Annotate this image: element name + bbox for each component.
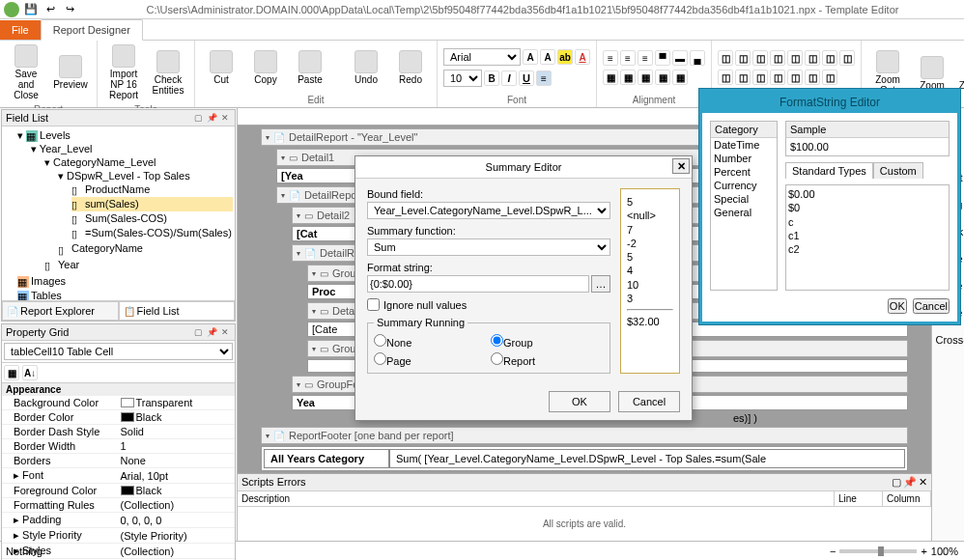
l13-icon[interactable]: ◫: [787, 70, 803, 85]
pg-pin-icon[interactable]: ▢: [192, 326, 204, 338]
l6-icon[interactable]: ◫: [805, 50, 820, 66]
sample-value: $100.00: [786, 138, 949, 155]
check-entities-button[interactable]: Check Entities: [148, 48, 188, 98]
l8-icon[interactable]: ◫: [839, 50, 855, 66]
align-bot-icon[interactable]: ▄: [690, 50, 705, 66]
radio-none[interactable]: [374, 334, 386, 347]
fmt-cancel-button[interactable]: Cancel: [913, 298, 950, 314]
summary-cancel-button[interactable]: Cancel: [618, 391, 680, 412]
summary-ok-button[interactable]: OK: [549, 391, 610, 412]
zoom-out-status-icon[interactable]: −: [830, 546, 836, 557]
underline-icon[interactable]: U: [519, 70, 534, 86]
cell-sum-expr[interactable]: Sum( [Year_Level.CategoryName_Level.DSpw…: [389, 449, 905, 468]
bold-icon[interactable]: B: [484, 70, 499, 86]
font-name-select[interactable]: Arial: [443, 48, 521, 66]
window-title: C:\Users\Administrator.DOMAIN.000\AppDat…: [81, 4, 964, 15]
italic-icon[interactable]: I: [501, 70, 517, 86]
font-size-select[interactable]: 10: [443, 70, 482, 87]
a3-icon[interactable]: ▦: [638, 70, 653, 85]
import-button[interactable]: Import NP 16 Report: [103, 42, 144, 102]
pg-close-icon[interactable]: ✕: [219, 326, 231, 338]
tab-report-designer[interactable]: Report Designer: [41, 19, 143, 41]
zoom-in-button[interactable]: Zoom In: [956, 54, 964, 93]
cut-button[interactable]: Cut: [201, 48, 241, 87]
bound-field-select[interactable]: Year_Level.CategoryName_Level.DSpwR_L...: [367, 202, 610, 219]
paste-icon: [298, 50, 322, 73]
l1-icon[interactable]: ◫: [718, 50, 733, 66]
tab-report-explorer[interactable]: 📄Report Explorer: [2, 301, 119, 321]
property-grid[interactable]: Appearance Background ColorTransparent B…: [2, 383, 235, 560]
zoom-slider[interactable]: [839, 549, 917, 553]
pg-az-icon[interactable]: A↓: [22, 365, 38, 380]
tab-field-list[interactable]: 📋Field List: [119, 301, 236, 321]
grid-icon[interactable]: ▦: [603, 70, 618, 85]
summary-function-select[interactable]: Sum: [367, 238, 610, 256]
l4-icon[interactable]: ◫: [770, 50, 785, 66]
shrink-font-icon[interactable]: A: [540, 49, 555, 65]
tab-file[interactable]: File: [0, 20, 41, 40]
check-icon: [156, 50, 180, 73]
l10-icon[interactable]: ◫: [735, 70, 751, 85]
save-close-button[interactable]: Save and Close: [6, 42, 46, 102]
l3-icon[interactable]: ◫: [752, 50, 768, 66]
se-auto-icon[interactable]: 📌: [903, 476, 917, 489]
summary-close-icon[interactable]: ✕: [672, 158, 690, 174]
pg-cat-icon[interactable]: ▦: [4, 365, 19, 380]
align-center-icon[interactable]: ≡: [620, 50, 636, 66]
format-list[interactable]: $0.00 $0 c c1 c2: [785, 184, 950, 291]
l5-icon[interactable]: ◫: [787, 50, 803, 66]
save-icon[interactable]: 💾: [23, 2, 39, 17]
redo-button[interactable]: Redo: [390, 48, 431, 87]
tab-custom[interactable]: Custom: [873, 162, 923, 179]
fore-color-icon[interactable]: A: [575, 49, 590, 65]
autohide-icon[interactable]: 📌: [206, 112, 217, 124]
align-left-icon[interactable]: ≡: [603, 50, 618, 66]
se-close-icon[interactable]: ✕: [919, 476, 927, 489]
tool-crosstab[interactable]: Cross-: [934, 328, 963, 351]
a5-icon[interactable]: ▦: [672, 70, 688, 85]
align-top-icon[interactable]: ▀: [655, 50, 670, 66]
radio-group[interactable]: [491, 334, 503, 347]
redo-icon[interactable]: ↪: [62, 2, 77, 17]
close-icon[interactable]: ✕: [219, 112, 231, 124]
snap-icon[interactable]: ▦: [620, 70, 636, 85]
l11-icon[interactable]: ◫: [752, 70, 768, 85]
ignore-null-checkbox[interactable]: [367, 298, 380, 311]
undo-icon[interactable]: ↩: [43, 2, 58, 17]
l12-icon[interactable]: ◫: [770, 70, 785, 85]
pin-icon[interactable]: ▢: [192, 112, 204, 124]
l9-icon[interactable]: ◫: [718, 70, 733, 85]
field-list-tree[interactable]: ▾ ▦Levels ▾ Year_Level ▾ CategoryName_Le…: [2, 126, 235, 300]
preview-icon: [59, 55, 82, 78]
zoom-out-icon: [876, 50, 899, 73]
redo-icon: [399, 50, 422, 73]
se-pin-icon[interactable]: ▢: [892, 476, 901, 489]
tab-standard-types[interactable]: Standard Types: [785, 162, 873, 179]
grow-font-icon[interactable]: A: [523, 49, 538, 65]
justify-icon[interactable]: ≡: [536, 70, 552, 86]
property-object-select[interactable]: tableCell10 Table Cell: [4, 343, 233, 360]
paste-button[interactable]: Paste: [290, 48, 330, 87]
copy-button[interactable]: Copy: [245, 48, 286, 87]
l15-icon[interactable]: ◫: [822, 70, 837, 85]
pg-auto-icon[interactable]: 📌: [206, 326, 217, 338]
radio-page[interactable]: [374, 352, 386, 365]
preview-button[interactable]: Preview: [50, 53, 91, 92]
align-right-icon[interactable]: ≡: [638, 50, 653, 66]
zoom-in-status-icon[interactable]: +: [921, 546, 926, 557]
category-list[interactable]: DateTime Number Percent Currency Special…: [711, 138, 777, 235]
format-string-ellipsis-button[interactable]: …: [591, 275, 610, 293]
zoom-button[interactable]: Zoom: [912, 54, 952, 93]
zoom-icon: [921, 56, 944, 79]
align-mid-icon[interactable]: ▬: [672, 50, 688, 66]
l2-icon[interactable]: ◫: [735, 50, 751, 66]
radio-report[interactable]: [491, 352, 503, 365]
undo-button[interactable]: Undo: [346, 48, 386, 87]
back-color-icon[interactable]: ab: [557, 49, 573, 65]
cell-all-years[interactable]: All Years Category: [264, 449, 389, 468]
format-string-input[interactable]: [367, 275, 589, 293]
l7-icon[interactable]: ◫: [822, 50, 837, 66]
l14-icon[interactable]: ◫: [805, 70, 820, 85]
fmt-ok-button[interactable]: OK: [888, 298, 907, 314]
a4-icon[interactable]: ▦: [655, 70, 670, 85]
